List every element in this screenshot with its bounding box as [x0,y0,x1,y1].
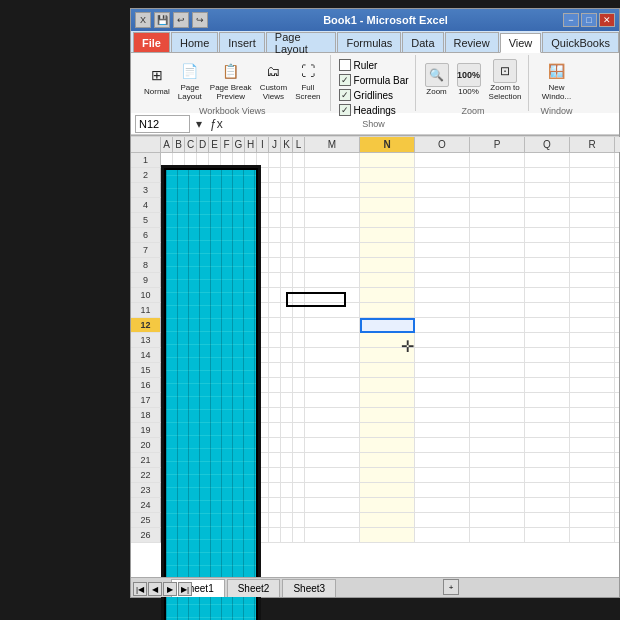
cell[interactable] [281,153,293,168]
cell[interactable] [360,498,415,513]
cell[interactable] [269,318,281,333]
tab-data[interactable]: Data [402,32,443,52]
sheet-nav-first[interactable]: |◀ [133,582,147,596]
cell[interactable] [570,243,615,258]
row-number-4[interactable]: 4 [131,198,161,213]
cell[interactable] [269,483,281,498]
cell[interactable] [615,483,619,498]
cell[interactable] [305,273,360,288]
cell[interactable] [293,168,305,183]
row-number-18[interactable]: 18 [131,408,161,423]
cell[interactable] [470,168,525,183]
insert-sheet-button[interactable]: + [443,579,459,595]
cell[interactable] [281,483,293,498]
cell[interactable] [269,378,281,393]
normal-view-button[interactable]: ⊞ Normal [141,61,173,99]
cell[interactable] [305,183,360,198]
cell[interactable] [615,498,619,513]
cell[interactable] [570,378,615,393]
cell[interactable] [570,183,615,198]
tab-formulas[interactable]: Formulas [337,32,401,52]
cell[interactable] [293,483,305,498]
tab-quickbooks[interactable]: QuickBooks [542,32,619,52]
cell[interactable] [281,333,293,348]
cell[interactable] [269,348,281,363]
col-header-G[interactable]: G [233,137,245,152]
cell[interactable] [525,183,570,198]
cell[interactable] [305,243,360,258]
cell[interactable] [470,483,525,498]
cell[interactable] [269,303,281,318]
cell[interactable] [360,393,415,408]
cell[interactable] [525,168,570,183]
cell[interactable] [293,393,305,408]
cell[interactable] [269,423,281,438]
cell[interactable] [525,378,570,393]
cell[interactable] [415,393,470,408]
cell[interactable] [615,438,619,453]
col-header-J[interactable]: J [269,137,281,152]
cell[interactable] [525,453,570,468]
cell[interactable] [281,318,293,333]
row-number-7[interactable]: 7 [131,243,161,258]
cell[interactable] [281,183,293,198]
col-header-A[interactable]: A [161,137,173,152]
cell[interactable] [525,468,570,483]
cell[interactable] [281,393,293,408]
cell[interactable] [570,513,615,528]
col-header-P[interactable]: P [470,137,525,152]
cell[interactable] [615,213,619,228]
col-header-S[interactable]: S [615,137,620,152]
cell[interactable] [570,198,615,213]
cell[interactable] [415,303,470,318]
cell[interactable] [415,513,470,528]
cell[interactable] [293,438,305,453]
cell[interactable] [360,243,415,258]
cell[interactable] [305,333,360,348]
row-number-6[interactable]: 6 [131,228,161,243]
cell[interactable] [615,288,619,303]
cell[interactable] [415,453,470,468]
cell[interactable] [305,468,360,483]
tab-view[interactable]: View [500,33,542,53]
cell[interactable] [615,168,619,183]
cell[interactable] [293,498,305,513]
cell[interactable] [415,423,470,438]
cell[interactable] [305,483,360,498]
cell[interactable] [415,363,470,378]
cell[interactable] [525,438,570,453]
cell[interactable] [615,468,619,483]
cell[interactable] [269,363,281,378]
cell[interactable] [293,528,305,543]
cell[interactable] [470,438,525,453]
cell[interactable] [415,273,470,288]
row-number-8[interactable]: 8 [131,258,161,273]
cell[interactable] [360,408,415,423]
page-break-preview-button[interactable]: 📋 Page BreakPreview [207,57,255,104]
cell[interactable] [293,213,305,228]
cell[interactable] [360,183,415,198]
formula-bar-checkbox[interactable]: ✓ [339,74,351,86]
cell[interactable] [305,423,360,438]
cell[interactable] [281,273,293,288]
cell[interactable] [415,183,470,198]
col-header-R[interactable]: R [570,137,615,152]
cell[interactable] [269,258,281,273]
row-number-20[interactable]: 20 [131,438,161,453]
cell[interactable] [470,468,525,483]
cell[interactable] [305,153,360,168]
col-header-H[interactable]: H [245,137,257,152]
cell[interactable] [360,303,415,318]
cell[interactable] [269,213,281,228]
cell[interactable] [525,318,570,333]
cell[interactable] [525,198,570,213]
cell[interactable] [269,243,281,258]
tab-home[interactable]: Home [171,32,218,52]
cell[interactable] [305,258,360,273]
row-number-16[interactable]: 16 [131,378,161,393]
cell[interactable] [570,393,615,408]
row-number-15[interactable]: 15 [131,363,161,378]
row-number-25[interactable]: 25 [131,513,161,528]
cell[interactable] [615,408,619,423]
full-screen-button[interactable]: ⛶ FullScreen [292,57,323,104]
